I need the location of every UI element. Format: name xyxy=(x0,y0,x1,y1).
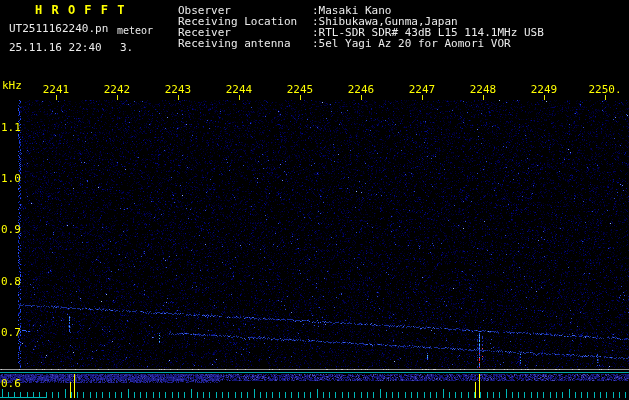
time-tick-label: 2243 xyxy=(165,84,192,95)
datetime-text: 25.11.16 22:40 xyxy=(9,42,102,53)
spectrogram-canvas xyxy=(0,0,629,400)
time-tick-label: 2247 xyxy=(409,84,436,95)
filename-text: UT2511162240.pn xyxy=(9,23,108,34)
freq-tick-label: 0.8 xyxy=(1,276,21,287)
meteor-label: meteor xyxy=(117,26,153,36)
info-label: Receiving antenna xyxy=(178,38,291,49)
time-tick-label: 2248 xyxy=(470,84,497,95)
time-tick-label: 2245 xyxy=(287,84,314,95)
freq-tick-label: 0.7 xyxy=(1,327,21,338)
freq-tick-label: 0.9 xyxy=(1,224,21,235)
time-tick-label: 2246 xyxy=(348,84,375,95)
freq-tick-label: 1.1 xyxy=(1,122,21,133)
app-title: H R O F F T xyxy=(35,5,125,16)
freq-axis-unit: kHz xyxy=(2,80,22,91)
time-tick-label: 2249 xyxy=(531,84,558,95)
time-tick-label: 2250. xyxy=(588,84,621,95)
freq-tick-label: 0.6 xyxy=(1,378,21,389)
time-tick-label: 2242 xyxy=(104,84,131,95)
time-tick-label: 2244 xyxy=(226,84,253,95)
echo-count: 3. xyxy=(120,42,133,53)
info-value: :5el Yagi Az 20 for Aomori VOR xyxy=(312,38,511,49)
hrofft-output-image: H R O F F T UT2511162240.pn meteor 25.11… xyxy=(0,0,629,400)
time-tick-label: 2241 xyxy=(43,84,70,95)
freq-tick-label: 1.0 xyxy=(1,173,21,184)
